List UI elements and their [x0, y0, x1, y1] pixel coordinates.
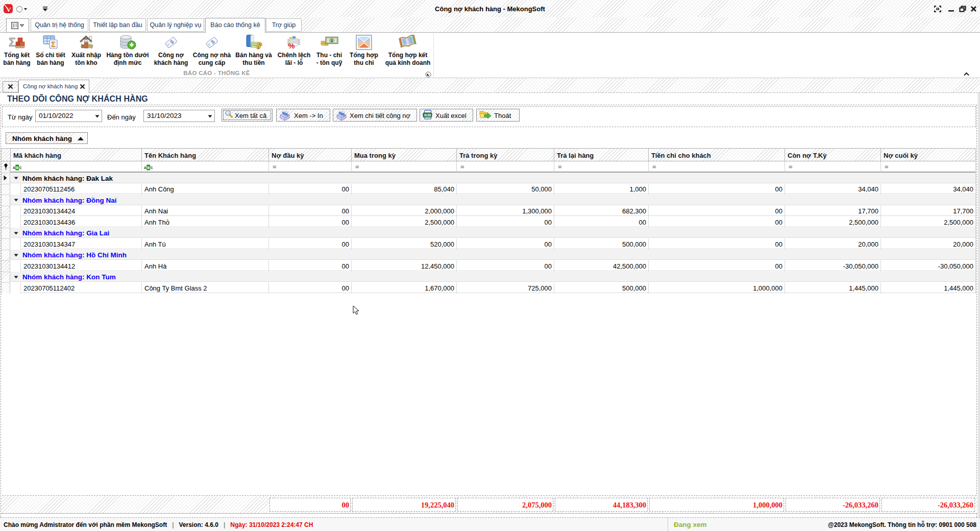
svg-text:C: C [151, 165, 153, 170]
svg-text:%: % [288, 41, 295, 50]
svg-text:A: A [144, 165, 146, 170]
svg-text:C: C [19, 165, 22, 170]
svg-text:Σ: Σ [9, 36, 16, 49]
svg-text:B: B [16, 165, 18, 170]
svg-text:A: A [13, 165, 15, 170]
svg-text:$: $ [331, 38, 333, 43]
svg-text:Σ: Σ [51, 40, 55, 49]
svg-text:XLSX: XLSX [424, 114, 431, 117]
svg-text:B: B [147, 165, 150, 170]
